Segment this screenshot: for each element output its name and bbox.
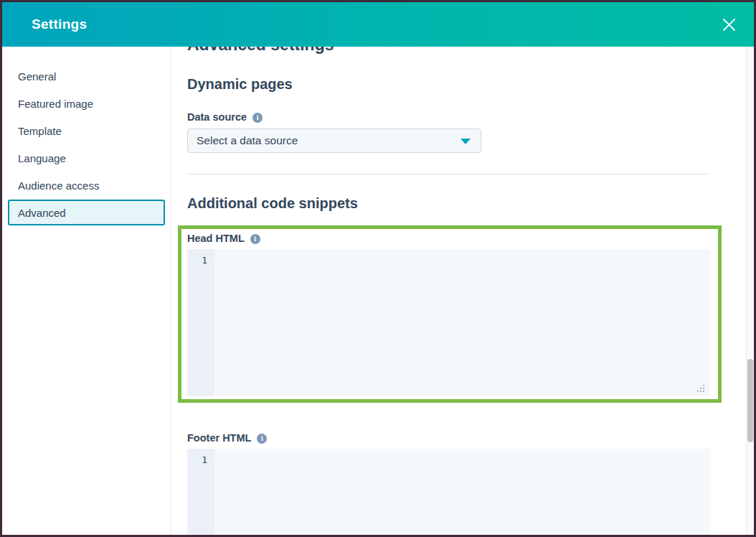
- head-html-label: Head HTML: [187, 233, 245, 245]
- data-source-label-row: Data source i: [187, 111, 710, 123]
- settings-modal: Settings General Featured image Template: [0, 0, 756, 537]
- scrollbar-track[interactable]: [746, 47, 754, 535]
- modal-body: General Featured image Template Language…: [2, 47, 754, 535]
- modal-header: Settings: [2, 2, 754, 47]
- sidebar-item-general[interactable]: General: [2, 62, 171, 90]
- line-number: 1: [187, 255, 207, 266]
- footer-html-editor-input[interactable]: [214, 449, 710, 535]
- data-source-label: Data source: [187, 111, 247, 123]
- sidebar-item-audience-access[interactable]: Audience access: [2, 172, 171, 199]
- editor-gutter: 1: [187, 249, 214, 396]
- page-title: Advanced settings: [187, 47, 710, 54]
- modal-title: Settings: [32, 17, 87, 32]
- head-html-editor-input[interactable]: [214, 249, 710, 396]
- scrollbar-thumb[interactable]: [747, 359, 753, 442]
- head-html-label-row: Head HTML i: [187, 233, 710, 245]
- chevron-down-icon: [460, 139, 471, 144]
- resize-handle-icon[interactable]: [697, 385, 699, 386]
- settings-sidebar: General Featured image Template Language…: [2, 47, 171, 535]
- sidebar-item-label: Advanced: [18, 207, 66, 219]
- section-divider: [187, 174, 710, 174]
- sidebar-item-template[interactable]: Template: [2, 117, 171, 144]
- sidebar-item-label: General: [18, 70, 56, 83]
- data-source-select[interactable]: Select a data source: [187, 129, 481, 153]
- sidebar-item-label: Featured image: [18, 98, 93, 110]
- sidebar-item-label: Template: [18, 125, 62, 137]
- highlight-frame: Head HTML i 1: [178, 225, 722, 403]
- footer-html-label: Footer HTML: [187, 432, 251, 444]
- info-icon[interactable]: i: [257, 434, 267, 444]
- settings-content: Advanced settings Dynamic pages Data sou…: [171, 47, 754, 535]
- dynamic-pages-heading: Dynamic pages: [187, 75, 710, 93]
- editor-gutter: 1: [187, 449, 214, 535]
- sidebar-item-featured-image[interactable]: Featured image: [2, 90, 171, 117]
- code-snippets-heading: Additional code snippets: [187, 195, 710, 212]
- close-icon: [722, 18, 736, 32]
- info-icon[interactable]: i: [250, 234, 260, 244]
- close-button[interactable]: [719, 15, 738, 34]
- sidebar-item-advanced[interactable]: Advanced: [8, 200, 165, 225]
- footer-html-label-row: Footer HTML i: [187, 432, 710, 444]
- sidebar-item-label: Audience access: [18, 179, 99, 192]
- data-source-select-value: Select a data source: [197, 134, 298, 147]
- footer-html-editor: 1: [187, 449, 710, 535]
- head-html-editor: 1: [187, 249, 710, 396]
- sidebar-item-label: Language: [18, 152, 66, 164]
- info-icon[interactable]: i: [252, 113, 263, 123]
- sidebar-item-language[interactable]: Language: [2, 144, 171, 172]
- line-number: 1: [187, 454, 207, 465]
